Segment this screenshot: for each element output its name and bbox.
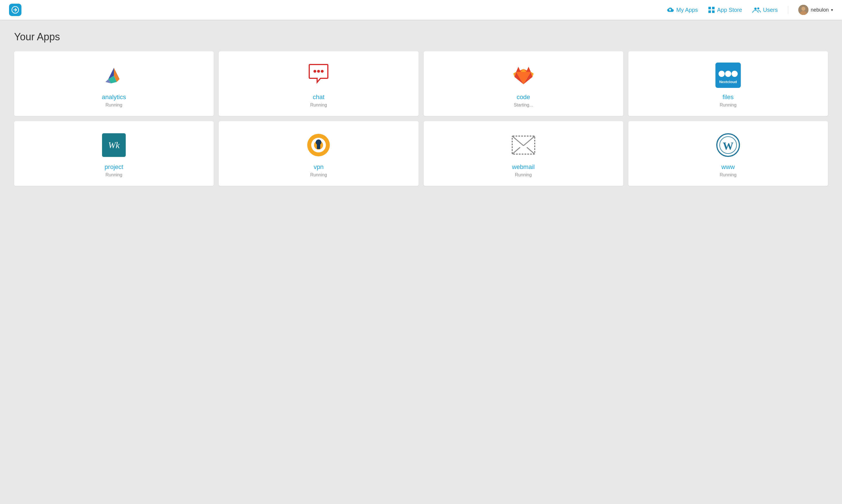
svg-point-19 [732, 71, 738, 77]
svg-rect-2 [712, 7, 715, 9]
nav-users-label: Users [763, 7, 778, 13]
svg-point-18 [725, 71, 731, 77]
apps-grid: analytics Running chat Running [14, 51, 828, 186]
nav-divider [788, 6, 788, 14]
svg-point-14 [314, 70, 316, 73]
grid-icon [708, 6, 715, 13]
svg-rect-24 [317, 144, 320, 149]
app-card-project[interactable]: Wk project Running [14, 121, 214, 186]
app-name-code: code [517, 93, 530, 101]
logo-icon [12, 6, 19, 14]
app-name-www: www [721, 163, 735, 171]
app-card-vpn[interactable]: vpn Running [219, 121, 418, 186]
user-avatar [798, 5, 808, 15]
app-card-chat[interactable]: chat Running [219, 51, 418, 116]
svg-point-6 [757, 7, 759, 10]
app-icon-www: W [716, 132, 741, 158]
app-status-project: Running [105, 173, 122, 178]
nextcloud-label: Nextcloud [719, 80, 737, 84]
avatar-image [798, 5, 808, 15]
nav: My Apps App Store Users [666, 5, 833, 15]
project-letter: Wk [108, 140, 120, 150]
app-status-files: Running [720, 103, 737, 108]
gitlab-svg-icon [512, 64, 535, 87]
app-status-vpn: Running [310, 173, 327, 178]
svg-point-15 [317, 70, 320, 73]
webmail-svg-icon [512, 136, 535, 155]
logo[interactable] [9, 4, 21, 16]
analytics-svg-icon [101, 65, 126, 85]
app-name-vpn: vpn [314, 163, 323, 171]
app-card-code[interactable]: code Starting... [424, 51, 623, 116]
users-icon [752, 7, 761, 13]
app-name-files: files [722, 93, 734, 101]
app-name-project: project [105, 163, 123, 171]
app-card-analytics[interactable]: analytics Running [14, 51, 214, 116]
app-name-analytics: analytics [102, 93, 126, 101]
username: nebulon [811, 7, 829, 13]
app-icon-project: Wk [101, 132, 126, 158]
header: My Apps App Store Users [0, 0, 842, 20]
svg-rect-1 [708, 7, 711, 9]
svg-point-5 [754, 7, 757, 10]
nav-app-store-label: App Store [717, 7, 742, 13]
nav-app-store[interactable]: App Store [708, 6, 742, 13]
svg-point-17 [719, 71, 725, 77]
app-card-www[interactable]: W www Running [628, 121, 828, 186]
app-card-webmail[interactable]: webmail Running [424, 121, 623, 186]
app-status-webmail: Running [515, 173, 532, 178]
app-status-chat: Running [310, 103, 327, 108]
app-card-files[interactable]: Nextcloud files Running [628, 51, 828, 116]
app-status-analytics: Running [105, 103, 122, 108]
svg-point-8 [802, 7, 805, 11]
wordpress-svg-icon: W [716, 133, 740, 157]
app-name-chat: chat [313, 93, 325, 101]
app-name-webmail: webmail [512, 163, 535, 171]
app-status-www: Running [720, 173, 737, 178]
vpn-svg-icon [307, 133, 330, 157]
svg-rect-4 [712, 11, 715, 13]
app-status-code: Starting... [514, 103, 533, 108]
nextcloud-svg [718, 67, 738, 81]
nav-my-apps-label: My Apps [676, 7, 698, 13]
nav-my-apps[interactable]: My Apps [666, 7, 698, 13]
nav-users[interactable]: Users [752, 7, 778, 13]
cloud-download-icon [666, 7, 674, 13]
app-icon-files: Nextcloud [716, 62, 741, 88]
user-menu[interactable]: nebulon ▾ [798, 5, 833, 15]
svg-point-16 [321, 70, 323, 73]
project-bg: Wk [102, 133, 126, 157]
app-icon-analytics [101, 62, 126, 88]
app-icon-code [511, 62, 536, 88]
svg-rect-3 [708, 11, 711, 13]
nextcloud-bg: Nextcloud [716, 62, 741, 88]
app-icon-chat [306, 62, 331, 88]
chat-svg-icon [306, 64, 331, 87]
page-title: Your Apps [14, 31, 828, 43]
app-icon-webmail [511, 132, 536, 158]
dropdown-arrow: ▾ [831, 7, 833, 12]
app-icon-vpn [306, 132, 331, 158]
svg-text:W: W [723, 140, 734, 152]
main-content: Your Apps analytics Running [0, 20, 842, 197]
